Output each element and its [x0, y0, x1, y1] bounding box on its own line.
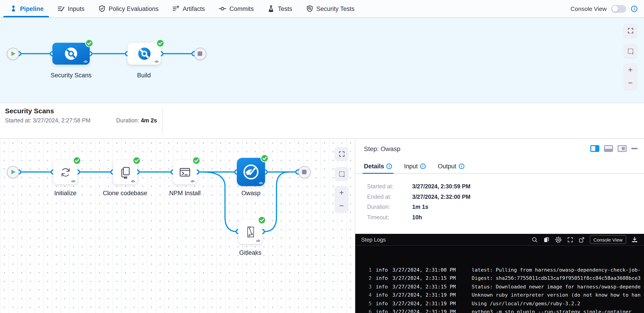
stage-node-build[interactable]: </>	[128, 43, 161, 65]
step-logs-body[interactable]: 1 info 3/27/2024, 2:31:00 PM latest: Pul…	[355, 246, 644, 313]
step-end-node[interactable]	[298, 166, 310, 178]
toggle-knob	[612, 6, 618, 11]
stage-canvas-zoom-controls: + −	[624, 63, 637, 90]
search-icon[interactable]	[532, 236, 538, 243]
detail-label: Started at:	[367, 184, 412, 190]
pipeline-execution-page: Pipeline Inputs Policy Evaluations	[0, 0, 644, 313]
success-badge	[85, 39, 93, 47]
log-level: info	[376, 267, 388, 273]
tab-tests[interactable]: Tests	[267, 0, 292, 17]
log-message: python3 -m sto_plugin --run-strategy sin…	[472, 309, 632, 313]
tab-pipeline[interactable]: Pipeline	[10, 0, 44, 17]
info-icon[interactable]	[386, 163, 392, 169]
log-message: Status: Downloaded newer image for harne…	[472, 284, 640, 290]
info-icon[interactable]	[420, 163, 426, 169]
success-badge	[156, 39, 164, 47]
step-node-initialize[interactable]: </>	[53, 160, 78, 184]
build-stage-icon	[136, 45, 152, 62]
panel-layout-controls	[590, 145, 638, 152]
stage-canvas-select-button[interactable]	[624, 44, 637, 58]
security-tests-icon	[306, 5, 313, 12]
stage-label: Security Scans	[50, 72, 92, 79]
settings-gear-icon[interactable]	[555, 236, 562, 243]
tab-input[interactable]: Input	[404, 159, 426, 173]
initialize-icon	[59, 166, 72, 179]
owasp-icon	[241, 162, 261, 182]
tab-artifacts[interactable]: Artifacts	[172, 0, 205, 17]
step-graph-canvas[interactable]: </> Initialize </> C	[0, 139, 355, 313]
copy-icon[interactable]	[543, 236, 550, 243]
zoom-out-button[interactable]: −	[624, 76, 637, 90]
inputs-icon	[58, 5, 65, 12]
log-level: info	[376, 292, 388, 298]
stage-end-node[interactable]	[194, 47, 206, 60]
tab-output[interactable]: Output	[438, 159, 464, 173]
code-glyph: </>	[190, 180, 194, 183]
open-external-icon[interactable]	[578, 236, 585, 243]
detail-label: Timeout:	[367, 214, 412, 221]
tab-label: Inputs	[68, 5, 85, 12]
step-node-gitleaks[interactable]: </>	[238, 220, 262, 244]
step-canvas-fullscreen-button[interactable]	[335, 147, 348, 161]
log-message: Unknown ruby interpreter version (do not…	[472, 292, 640, 298]
detail-label: Duration:	[367, 204, 412, 210]
step-node-clone-codebase[interactable]: </>	[113, 160, 137, 184]
download-logs-icon[interactable]	[631, 236, 638, 243]
info-icon[interactable]	[631, 5, 638, 12]
play-icon	[12, 170, 16, 174]
stage-duration: Duration: 4m 2s	[116, 117, 157, 124]
log-line: 4 info 3/27/2024, 2:31:19 PM Unknown rub…	[355, 291, 644, 299]
nav-right-controls: Console View	[570, 5, 644, 12]
detail-row-ended-at: Ended at: 3/27/2024, 2:32:00 PM	[367, 192, 637, 202]
detail-label: Ended at:	[367, 194, 412, 200]
code-glyph: </>	[259, 182, 263, 185]
lower-split: </> Initialize </> C	[0, 139, 644, 313]
success-badge	[132, 156, 141, 165]
console-view-button[interactable]: Console View	[590, 235, 626, 244]
stage-start-node[interactable]	[6, 47, 19, 60]
stage-node-security-scans[interactable]: </>	[52, 43, 90, 65]
fullscreen-icon	[627, 27, 634, 34]
layout-floating-view-icon[interactable]	[618, 145, 627, 152]
layout-right-view-icon[interactable]	[590, 145, 599, 152]
step-canvas-select-button[interactable]	[335, 167, 348, 181]
step-logs-panel: Step Logs	[355, 234, 644, 313]
log-message: latest: Pulling from harness/owasp-depen…	[472, 267, 640, 273]
log-level: info	[376, 309, 388, 313]
log-line: 5 info 3/27/2024, 2:31:19 PM Using /usr/…	[355, 299, 644, 308]
top-nav: Pipeline Inputs Policy Evaluations	[0, 0, 644, 18]
step-node-owasp[interactable]: </>	[237, 158, 265, 186]
tab-security-tests[interactable]: Security Tests	[306, 0, 354, 17]
log-line-number: 3	[355, 284, 372, 290]
info-icon[interactable]	[459, 163, 464, 169]
expand-fullscreen-icon[interactable]	[567, 236, 574, 243]
tab-details[interactable]: Details	[364, 159, 392, 173]
log-level: info	[376, 276, 388, 281]
log-line: 6 info 3/27/2024, 2:31:19 PM python3 -m …	[355, 308, 644, 313]
code-glyph: </>	[71, 180, 75, 183]
step-start-node[interactable]	[6, 166, 19, 178]
tests-icon	[267, 5, 275, 12]
duration-label: Duration:	[116, 117, 139, 124]
detail-value: 3/27/2024, 2:32:00 PM	[412, 194, 470, 200]
zoom-in-button[interactable]: +	[624, 63, 637, 76]
layout-bottom-view-icon[interactable]	[604, 145, 613, 152]
console-view-toggle[interactable]	[611, 5, 626, 12]
zoom-in-button[interactable]: +	[335, 186, 348, 199]
minimize-panel-icon[interactable]	[631, 148, 638, 149]
stage-graph-canvas[interactable]: </> Security Scans </> Build	[0, 18, 644, 103]
log-timestamp: 3/27/2024, 2:31:15 PM	[392, 276, 456, 281]
step-node-npm-install[interactable]: </>	[173, 160, 197, 184]
stage-canvas-fullscreen-button[interactable]	[624, 24, 637, 37]
zoom-out-button[interactable]: −	[335, 199, 348, 213]
tab-commits[interactable]: Commits	[218, 0, 254, 17]
code-glyph: </>	[154, 60, 158, 63]
step-panel-tabs: Details Input Output	[355, 159, 644, 174]
step-logs-actions: Console View	[532, 235, 644, 244]
detail-row-timeout: Timeout: 10h	[367, 212, 637, 223]
gitleaks-icon	[244, 225, 257, 239]
tab-inputs[interactable]: Inputs	[58, 0, 85, 17]
tab-policy-evaluations[interactable]: Policy Evaluations	[98, 0, 158, 17]
duration-value: 4m 2s	[141, 117, 157, 124]
tab-label: Commits	[230, 5, 254, 12]
